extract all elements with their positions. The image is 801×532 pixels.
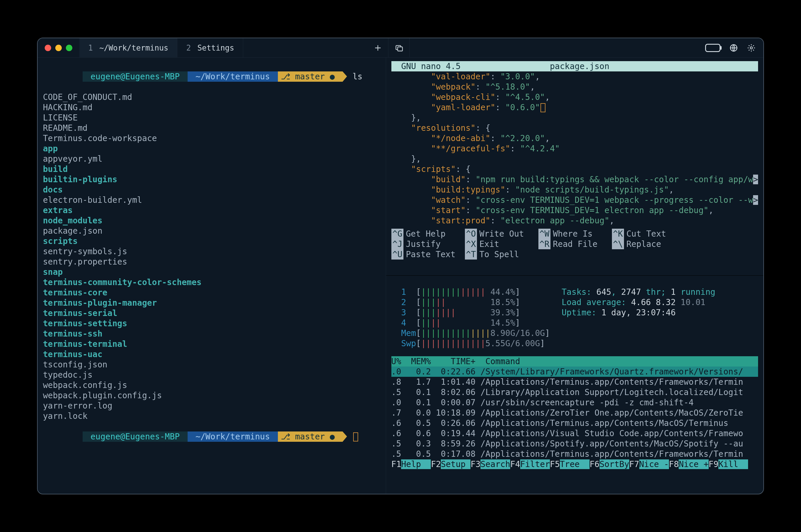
svg-point-3 xyxy=(750,47,752,49)
ls-entry: terminus-core xyxy=(43,287,380,298)
nano-line: "val-loader": "3.0.0", xyxy=(391,72,758,82)
htop-process-row[interactable]: .7 0.0 10:18.09 /Applications/ZeroTier O… xyxy=(391,408,758,418)
ls-entry: tsconfig.json xyxy=(43,359,380,370)
nano-line: "webpack-cli": "^4.5.0", xyxy=(391,92,758,102)
ls-entry: README.md xyxy=(43,123,380,133)
htop-process-row[interactable]: .6 0.5 0:26.06 /Applications/Terminus.ap… xyxy=(391,418,758,428)
htop-process-row[interactable]: .5 0.1 8:02.06 /Library/Application Supp… xyxy=(391,387,758,397)
nano-line: "*/node-abi": "^2.20.0", xyxy=(391,133,758,144)
prompt-line-2: eugene@Eugenes-MBP ~/Work/terminus ⎇ mas… xyxy=(43,421,380,452)
nano-help-key: ^XExit xyxy=(465,239,538,249)
title-bar: 1~/Work/terminus2Settings xyxy=(38,38,763,58)
ls-entry: webpack.plugin.config.js xyxy=(43,390,380,401)
tab-title: ~/Work/terminus xyxy=(99,43,168,52)
htop-process-row[interactable]: .0 0.2 0:22.66 /System/Library/Framework… xyxy=(391,366,758,377)
right-bottom-pane-htop[interactable]: 1 [||||||||||||| 44.4%] 2 [||||| 18.5%] … xyxy=(386,276,763,494)
prompt-path: ~/Work/terminus xyxy=(188,72,278,82)
traffic-lights xyxy=(38,45,79,51)
nano-line: }, xyxy=(391,113,758,123)
htop-process-row[interactable]: .5 0.3 8:59.26 /Applications/Spotify.app… xyxy=(391,439,758,449)
tab-title: Settings xyxy=(197,43,234,52)
nano-help-key: ^\Replace xyxy=(612,239,686,249)
prompt-branch: ⎇ master ● xyxy=(278,72,343,82)
ls-entry: yarn.lock xyxy=(43,411,380,421)
ls-entry: build xyxy=(43,164,380,174)
ls-entry: docs xyxy=(43,185,380,195)
htop-header-row: U% MEM% TIME+ Command xyxy=(391,356,758,366)
ls-entry: webpack.config.js xyxy=(43,380,380,390)
htop-process-row[interactable]: .6 0.6 0:19.44 /Applications/Visual Stud… xyxy=(391,428,758,439)
close-window-button[interactable] xyxy=(45,45,51,51)
minimize-window-button[interactable] xyxy=(55,45,62,51)
ls-entry: terminus-ssh xyxy=(43,329,380,339)
ls-entry: terminus-settings xyxy=(43,318,380,329)
maximize-window-button[interactable] xyxy=(66,45,72,51)
nano-help-key: ^KCut Text xyxy=(612,229,686,239)
htop-uptime: Uptime: 1 day, 23:07:46 xyxy=(562,307,715,318)
nano-help-key: ^JJustify xyxy=(391,239,465,249)
app-window: 1~/Work/terminus2Settings eugene@Eugenes… xyxy=(37,38,764,494)
ls-entry: builtin-plugins xyxy=(43,174,380,185)
swp-meter: Swp[|||||||||||||5.55G/6.00G] xyxy=(391,338,550,348)
cpu-meter: 4 [|||| 14.5%] xyxy=(391,318,550,328)
tab-index: 2 xyxy=(186,43,191,52)
tabs-row: 1~/Work/terminus2Settings xyxy=(79,38,367,57)
ls-entry: extras xyxy=(43,205,380,215)
cursor xyxy=(353,432,358,441)
htop-load: Load average: 4.66 8.32 10.01 xyxy=(562,297,715,307)
htop-process-row[interactable]: .0 0.1 0:00.07 /usr/sbin/screencapture -… xyxy=(391,397,758,408)
nano-line: "**/graceful-fs": "^4.2.4" xyxy=(391,144,758,154)
htop-meters: 1 [||||||||||||| 44.4%] 2 [||||| 18.5%] … xyxy=(391,287,758,348)
mem-meter: Mem[||||||||||||||8.90G/16.0G] xyxy=(391,328,550,338)
nano-help-key: ^RRead File xyxy=(538,239,612,249)
ls-entry: electron-builder.yml xyxy=(43,195,380,205)
ls-entry: typedoc.js xyxy=(43,370,380,380)
htop-function-keys: F1Help F2Setup F3SearchF4FilterF5Tree F6… xyxy=(391,459,758,469)
ls-entry: Terminus.code-workspace xyxy=(43,133,380,144)
right-top-pane-nano[interactable]: GNU nano 4.5 package.json "val-loader": … xyxy=(386,58,763,276)
nano-help-key: ^UPaste Text xyxy=(391,249,465,260)
nano-line: "start": "cross-env TERMINUS_DEV=1 elect… xyxy=(391,205,758,215)
ls-entry: yarn-error.log xyxy=(43,401,380,411)
htop-process-row[interactable]: .8 1.7 1:01.40 /Applications/Terminus.ap… xyxy=(391,377,758,387)
cpu-meter: 2 [||||| 18.5%] xyxy=(391,297,550,307)
tab-index: 1 xyxy=(88,43,93,52)
left-pane-terminal[interactable]: eugene@Eugenes-MBP ~/Work/terminus ⎇ mas… xyxy=(38,58,386,494)
new-tab-button[interactable] xyxy=(367,38,388,57)
gear-icon[interactable] xyxy=(747,43,756,52)
nano-line: "build": "npm run build:typings && webpa… xyxy=(391,174,758,185)
tab-settings[interactable]: 2Settings xyxy=(177,38,243,57)
ls-entry: appveyor.yml xyxy=(43,154,380,164)
nano-help-key: ^OWrite Out xyxy=(465,229,538,239)
ls-entry: CODE_OF_CONDUCT.md xyxy=(43,92,380,102)
nano-line: "webpack": "^5.18.0", xyxy=(391,82,758,92)
prompt-line-1: eugene@Eugenes-MBP ~/Work/terminus ⎇ mas… xyxy=(43,61,380,92)
globe-icon[interactable] xyxy=(729,43,738,52)
ls-entry: scripts xyxy=(43,236,380,246)
nano-help-bar: ^GGet Help^OWrite Out^WWhere Is^KCut Tex… xyxy=(391,229,758,260)
ls-entry: app xyxy=(43,144,380,154)
nano-line: "build:typings": "node scripts/build-typ… xyxy=(391,185,758,195)
ls-entry: terminus-uac xyxy=(43,349,380,359)
ls-entry: sentry-symbols.js xyxy=(43,246,380,256)
svg-rect-1 xyxy=(397,47,402,51)
nano-help-key: ^TTo Spell xyxy=(465,249,538,260)
plus-icon xyxy=(374,44,382,52)
htop-process-row[interactable]: .5 0.5 0:17.08 /Applications/Terminus.ap… xyxy=(391,449,758,459)
nano-line: }, xyxy=(391,154,758,164)
nano-line: "scripts": { xyxy=(391,164,758,174)
prompt-host: eugene@Eugenes-MBP xyxy=(82,72,188,82)
ls-entry: sentry.properties xyxy=(43,256,380,267)
split-pane-button[interactable] xyxy=(388,38,410,57)
nano-line: "yaml-loader": "0.6.0" xyxy=(391,102,758,113)
ls-entry: terminus-serial xyxy=(43,308,380,318)
ls-entry: snap xyxy=(43,267,380,277)
nano-line: "watch": "cross-env TERMINUS_DEV=1 webpa… xyxy=(391,195,758,205)
nano-line: "start:prod": "electron app --debug", xyxy=(391,215,758,226)
ls-entry: HACKING.md xyxy=(43,102,380,113)
tab--work-terminus[interactable]: 1~/Work/terminus xyxy=(79,38,177,57)
ls-entry: terminus-terminal xyxy=(43,339,380,349)
nano-title-bar: GNU nano 4.5 package.json xyxy=(391,61,758,72)
panes-container: eugene@Eugenes-MBP ~/Work/terminus ⎇ mas… xyxy=(38,58,763,494)
ls-entry: LICENSE xyxy=(43,113,380,123)
